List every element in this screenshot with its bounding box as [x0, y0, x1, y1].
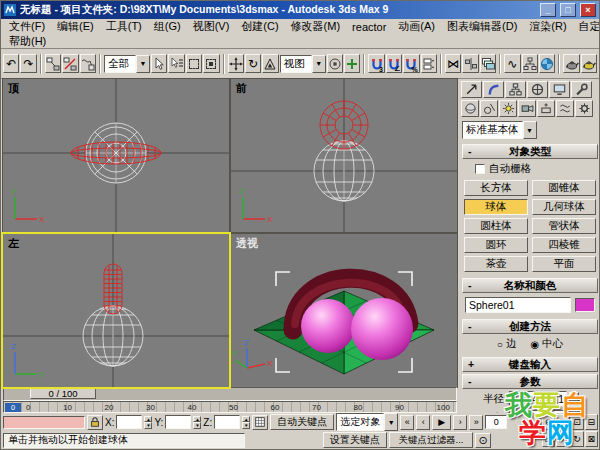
menu-customize[interactable]: 自定义(U): [573, 19, 600, 34]
track-bar[interactable]: 0 0 10 20 30 40 50 60 70 80 90 100: [3, 401, 457, 413]
category-helpers[interactable]: [537, 100, 555, 117]
reference-coordinate-dropdown[interactable]: 视图▼: [280, 55, 326, 73]
maximize-button[interactable]: □: [560, 3, 576, 17]
menu-edit[interactable]: 编辑(E): [51, 19, 100, 34]
menu-views[interactable]: 视图(V): [187, 19, 236, 34]
viewport-front[interactable]: X Z 前: [231, 79, 457, 232]
viewport-perspective[interactable]: X Z Y 透视: [231, 234, 457, 387]
viewport-top-canvas[interactable]: X Y: [3, 79, 229, 232]
object-button-pyramid[interactable]: 四棱锥: [532, 237, 596, 253]
arc-rotate-button[interactable]: ↻: [571, 431, 584, 447]
maxscript-mini-listener[interactable]: [3, 416, 85, 429]
z-coordinate-field[interactable]: [214, 415, 240, 429]
menu-file[interactable]: 文件(F): [3, 19, 51, 34]
object-name-field[interactable]: Sphere01: [465, 297, 571, 313]
viewport-perspective-canvas[interactable]: X Z Y: [231, 234, 457, 387]
tab-motion[interactable]: [527, 81, 548, 98]
rollout-parameters[interactable]: - 参数: [462, 374, 598, 389]
select-rotate-icon[interactable]: ↻: [245, 54, 261, 73]
auto-key-button[interactable]: 自动关键点: [270, 414, 334, 430]
redo-button[interactable]: ↷: [20, 54, 36, 73]
zoom-extents-button[interactable]: ⊡: [571, 414, 584, 430]
undo-button[interactable]: ↶: [3, 54, 19, 73]
menu-group[interactable]: 组(G): [148, 19, 187, 34]
radius-field[interactable]: 45.121: [509, 391, 567, 406]
unlink-selection-icon[interactable]: [62, 54, 78, 73]
next-frame-button[interactable]: ›: [453, 415, 467, 430]
rollout-name-color[interactable]: - 名称和颜色: [462, 278, 598, 293]
spinner-snap-icon[interactable]: [421, 54, 437, 73]
menu-create[interactable]: 创建(C): [235, 19, 284, 34]
object-button-geosphere[interactable]: 几何球体: [532, 199, 596, 215]
bind-to-spacewarp-icon[interactable]: [80, 54, 96, 73]
object-button-torus[interactable]: 圆环: [464, 237, 528, 253]
snaps-toggle-icon[interactable]: 3: [368, 54, 384, 73]
object-button-plane[interactable]: 平面: [532, 256, 596, 272]
percent-snap-icon[interactable]: %: [403, 54, 419, 73]
viewport-left[interactable]: Y Z 左: [3, 234, 229, 387]
tab-modify[interactable]: [483, 81, 504, 98]
zoom-extents-all-button[interactable]: ⊟: [585, 414, 598, 430]
menu-animation[interactable]: 动画(A): [392, 19, 441, 34]
menu-help[interactable]: 帮助(H): [3, 34, 52, 49]
viewport-left-canvas[interactable]: Y Z: [3, 234, 229, 387]
layer-manager-icon[interactable]: [480, 54, 496, 73]
x-spinner[interactable]: ▲▼: [144, 416, 152, 429]
previous-frame-button[interactable]: ‹: [416, 415, 430, 430]
autogrid-checkbox[interactable]: [475, 164, 485, 174]
select-manipulate-icon[interactable]: [344, 54, 360, 73]
rollout-keyboard-entry[interactable]: + 键盘输入: [462, 357, 598, 372]
zoom-all-button[interactable]: ⊞: [556, 414, 569, 430]
window-crossing-icon[interactable]: [203, 54, 219, 73]
align-icon[interactable]: [462, 54, 478, 73]
viewport-left-label[interactable]: 左: [8, 236, 19, 251]
menu-tools[interactable]: 工具(T): [100, 19, 148, 34]
curve-editor-icon[interactable]: ∿: [504, 54, 520, 73]
category-systems[interactable]: [575, 100, 593, 117]
zoom-region-button[interactable]: ▭: [542, 431, 555, 447]
object-color-swatch[interactable]: [575, 298, 595, 312]
selection-filter-dropdown[interactable]: 全部▼: [104, 55, 150, 73]
category-lights[interactable]: [499, 100, 517, 117]
angle-snap-icon[interactable]: ∠: [386, 54, 402, 73]
creation-method-edge-radio[interactable]: ○边: [497, 337, 517, 351]
current-frame-marker[interactable]: 0: [5, 403, 21, 412]
go-to-end-button[interactable]: »: [469, 415, 483, 430]
y-coordinate-field[interactable]: [165, 415, 191, 429]
z-spinner[interactable]: ▲▼: [242, 416, 250, 429]
minimize-button[interactable]: _: [540, 3, 556, 17]
rollout-object-type[interactable]: - 对象类型: [462, 144, 598, 159]
go-to-start-button[interactable]: «: [400, 415, 414, 430]
use-pivot-center-icon[interactable]: [327, 54, 343, 73]
zoom-button[interactable]: ⊕: [542, 414, 555, 430]
set-key-button[interactable]: 设置关键点: [323, 432, 387, 448]
tab-utilities[interactable]: [571, 81, 592, 98]
category-cameras[interactable]: [518, 100, 536, 117]
y-spinner[interactable]: ▲▼: [193, 416, 201, 429]
render-setup-icon[interactable]: [563, 54, 579, 73]
object-button-cylinder[interactable]: 圆柱体: [464, 218, 528, 234]
maximize-viewport-button[interactable]: ⊠: [585, 431, 598, 447]
menu-rendering[interactable]: 渲染(R): [523, 19, 572, 34]
category-spacewarps[interactable]: [556, 100, 574, 117]
current-frame-field[interactable]: 0: [485, 415, 507, 429]
pan-button[interactable]: +: [556, 431, 569, 447]
time-slider-track[interactable]: 0 / 100: [3, 387, 457, 401]
radius-spinner[interactable]: ▲▼: [569, 392, 579, 406]
material-editor-icon[interactable]: [539, 54, 555, 73]
object-button-teapot[interactable]: 茶壶: [464, 256, 528, 272]
menu-graph-editors[interactable]: 图表编辑器(D): [441, 19, 523, 34]
spinner-down-icon[interactable]: ▼: [569, 399, 579, 406]
viewport-front-label[interactable]: 前: [236, 81, 247, 96]
close-button[interactable]: ×: [580, 3, 596, 17]
object-button-cone[interactable]: 圆锥体: [532, 180, 596, 196]
tab-display[interactable]: [549, 81, 570, 98]
object-button-box[interactable]: 长方体: [464, 180, 528, 196]
category-geometry[interactable]: [461, 100, 479, 117]
object-button-tube[interactable]: 管状体: [532, 218, 596, 234]
mirror-icon[interactable]: ⋈: [445, 54, 461, 73]
time-configuration-button[interactable]: ⊙: [475, 433, 491, 448]
absolute-offset-toggle[interactable]: [252, 415, 268, 430]
play-button[interactable]: ▶: [432, 415, 451, 430]
select-move-icon[interactable]: [228, 54, 244, 73]
